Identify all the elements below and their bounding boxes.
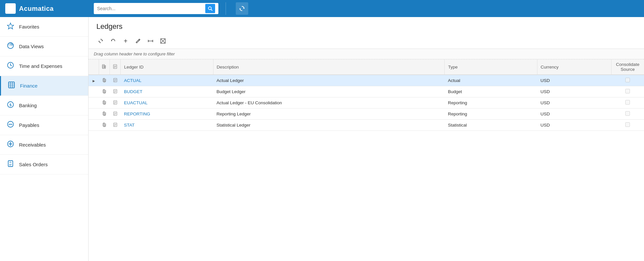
row-consolidate-checkbox[interactable] [611, 120, 644, 131]
row-consolidate-checkbox[interactable] [611, 97, 644, 109]
sidebar-item-banking-label: Banking [19, 103, 37, 108]
finance-icon [8, 81, 15, 90]
table-header-row: Ledger ID Description Type Currency Cons… [89, 59, 644, 75]
row-currency: USD [537, 86, 611, 97]
row-attach-icon [99, 120, 110, 131]
sidebar-item-time-expenses[interactable]: Time and Expenses [0, 56, 88, 76]
search-box [94, 3, 218, 14]
sidebar-item-favorites-label: Favorites [19, 24, 39, 30]
row-doc-icon [110, 86, 121, 97]
row-ledger-id[interactable]: REPORTING [121, 109, 213, 120]
sidebar-item-receivables-label: Receivables [19, 142, 46, 148]
row-type: Reporting [445, 109, 537, 120]
main-layout: Favorites Data Views Time and Expens [0, 17, 644, 261]
star-icon [7, 22, 14, 31]
undo-button[interactable] [108, 36, 119, 46]
sidebar-item-finance-label: Finance [20, 83, 37, 89]
export-button[interactable] [157, 36, 169, 46]
clock-icon [7, 62, 14, 70]
svg-rect-47 [113, 90, 117, 93]
sidebar-item-payables-label: Payables [19, 122, 39, 128]
sidebar-item-favorites[interactable]: Favorites [0, 17, 88, 37]
search-area [89, 2, 644, 15]
row-description: Reporting Ledger [213, 109, 445, 120]
row-expand[interactable]: ► [89, 75, 99, 86]
row-attach-icon [99, 109, 110, 120]
row-type: Actual [445, 75, 537, 86]
row-consolidate-checkbox[interactable] [611, 109, 644, 120]
svg-rect-11 [9, 82, 14, 88]
logo-text: Acumatica [19, 5, 54, 12]
add-button[interactable]: + [120, 36, 131, 46]
row-doc-icon [110, 75, 121, 86]
sidebar-item-data-views-label: Data Views [19, 44, 44, 49]
row-expand[interactable] [89, 86, 99, 97]
col-header-doc[interactable] [110, 59, 121, 75]
row-currency: USD [537, 75, 611, 86]
sales-orders-icon [7, 160, 14, 169]
row-expand[interactable] [89, 109, 99, 120]
row-doc-icon [110, 97, 121, 109]
row-doc-icon [110, 120, 121, 131]
reload-button[interactable] [95, 36, 106, 46]
sidebar-item-sales-orders[interactable]: Sales Orders [0, 155, 88, 174]
col-header-consolidate[interactable]: ConsolidateSource [611, 59, 644, 75]
col-header-currency[interactable]: Currency [537, 59, 611, 75]
logo-area: Acumatica [0, 0, 89, 17]
row-currency: USD [537, 97, 611, 109]
row-ledger-id[interactable]: BUDGET [121, 86, 213, 97]
row-consolidate-checkbox[interactable] [611, 86, 644, 97]
page-title: Ledgers [89, 17, 644, 33]
row-currency: USD [537, 120, 611, 131]
row-description: Actual Ledger [213, 75, 445, 86]
col-header-ledger-id[interactable]: Ledger ID [121, 59, 213, 75]
table-row[interactable]: EUACTUALActual Ledger - EU Consolidation… [89, 97, 644, 109]
svg-rect-23 [8, 161, 13, 167]
header-refresh-button[interactable] [236, 2, 248, 15]
table-area: Drag column header here to configure fil… [89, 49, 644, 261]
svg-rect-59 [113, 123, 117, 127]
table-row[interactable]: ►ACTUALActual LedgerActualUSD [89, 75, 644, 86]
col-header-description[interactable]: Description [213, 59, 445, 75]
svg-text:$: $ [10, 102, 12, 107]
svg-line-30 [139, 40, 139, 40]
row-expand[interactable] [89, 120, 99, 131]
svg-line-29 [136, 42, 137, 43]
sidebar: Favorites Data Views Time and Expens [0, 17, 89, 261]
edit-button[interactable] [132, 36, 144, 46]
sidebar-item-finance[interactable]: Finance [0, 76, 88, 96]
fit-columns-button[interactable] [145, 36, 156, 46]
svg-point-1 [10, 8, 11, 10]
row-expand[interactable] [89, 97, 99, 109]
col-header-type[interactable]: Type [445, 59, 537, 75]
row-ledger-id[interactable]: STAT [121, 120, 213, 131]
col-header-expand [89, 59, 99, 75]
search-button[interactable] [205, 4, 215, 13]
toolbar: + [89, 33, 644, 49]
banking-icon: $ [7, 101, 14, 110]
sidebar-item-payables[interactable]: Payables [0, 115, 88, 135]
receivables-icon [7, 140, 14, 149]
table-row[interactable]: STATStatistical LedgerStatisticalUSD [89, 120, 644, 131]
col-header-attach[interactable] [99, 59, 110, 75]
svg-line-3 [211, 10, 212, 11]
row-attach-icon [99, 75, 110, 86]
row-currency: USD [537, 109, 611, 120]
search-input[interactable] [97, 6, 204, 11]
row-consolidate-checkbox[interactable] [611, 75, 644, 86]
sidebar-item-receivables[interactable]: Receivables [0, 135, 88, 155]
content-area: Ledgers + [89, 17, 644, 261]
row-attach-icon [99, 97, 110, 109]
header-divider [226, 2, 226, 15]
row-description: Budget Ledger [213, 86, 445, 97]
sidebar-item-banking[interactable]: $ Banking [0, 96, 88, 115]
row-ledger-id[interactable]: ACTUAL [121, 75, 213, 86]
sidebar-item-sales-orders-label: Sales Orders [19, 162, 48, 167]
table-row[interactable]: REPORTINGReporting LedgerReportingUSD [89, 109, 644, 120]
sidebar-item-time-expenses-label: Time and Expenses [19, 63, 62, 69]
sidebar-item-data-views[interactable]: Data Views [0, 37, 88, 56]
table-row[interactable]: BUDGETBudget LedgerBudgetUSD [89, 86, 644, 97]
row-ledger-id[interactable]: EUACTUAL [121, 97, 213, 109]
row-type: Reporting [445, 97, 537, 109]
filter-hint: Drag column header here to configure fil… [89, 49, 644, 59]
